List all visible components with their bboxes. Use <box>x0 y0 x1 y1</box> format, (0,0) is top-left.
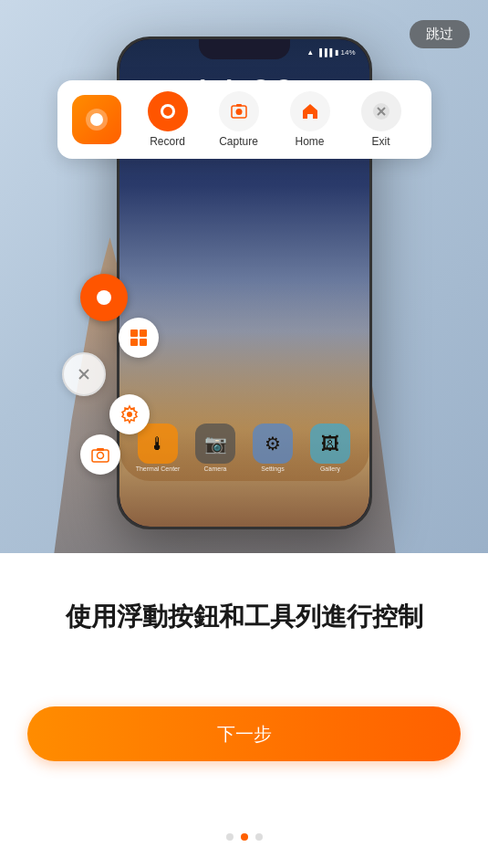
floating-camera-icon <box>90 444 110 465</box>
signal-icon: ▐▐▐ <box>317 48 332 57</box>
toolbar-home-item[interactable]: Home <box>290 91 330 148</box>
app-label-thermal: Thermal Center <box>136 465 181 472</box>
floating-camera-button[interactable] <box>80 434 120 475</box>
next-button-label: 下一步 <box>217 722 272 747</box>
svg-rect-13 <box>130 339 138 346</box>
toolbar-record-label: Record <box>150 135 185 148</box>
svg-point-5 <box>235 109 242 115</box>
toolbar-items: Record Capture Home <box>132 91 417 148</box>
record-svg <box>158 101 178 121</box>
dots-indicator <box>226 833 263 841</box>
toolbar-capture-label: Capture <box>219 135 258 148</box>
bottom-section: 使用浮動按鈕和工具列進行控制 下一步 <box>0 553 488 868</box>
dot-3 <box>255 833 263 841</box>
toolbar-capture-item[interactable]: Capture <box>219 91 259 148</box>
app-logo-icon <box>83 106 110 133</box>
list-item: 🖼 Gallery <box>306 424 356 472</box>
toolbar-exit-label: Exit <box>371 135 389 148</box>
capture-svg <box>229 101 249 121</box>
list-item: 📷 Camera <box>191 424 241 472</box>
floating-record-button[interactable] <box>80 274 128 321</box>
camera-icon: 📷 <box>195 424 235 464</box>
floating-close-button[interactable] <box>62 352 106 396</box>
next-button[interactable]: 下一步 <box>27 706 461 761</box>
thermal-center-icon: 🌡 <box>138 424 178 464</box>
settings-app-icon: ⚙ <box>253 424 293 464</box>
gallery-icon: 🖼 <box>310 424 350 464</box>
toolbar-home-icon <box>290 91 330 131</box>
main-title: 使用浮動按鈕和工具列進行控制 <box>66 599 423 634</box>
floating-close-icon <box>75 365 93 383</box>
floating-grid-button[interactable] <box>119 318 159 358</box>
floating-settings-button[interactable] <box>109 394 150 434</box>
wifi-icon: ▲ <box>306 48 314 57</box>
list-item: ⚙ Settings <box>248 424 298 472</box>
svg-rect-12 <box>140 329 147 337</box>
toolbar-exit-item[interactable]: Exit <box>361 91 401 148</box>
svg-point-10 <box>97 290 111 305</box>
svg-point-3 <box>163 107 172 116</box>
app-label-settings: Settings <box>261 465 284 472</box>
svg-rect-14 <box>140 339 147 346</box>
floating-settings-icon <box>119 404 140 424</box>
toolbar-home-label: Home <box>295 135 324 148</box>
app-label-gallery: Gallery <box>320 465 340 472</box>
floating-grid-icon <box>129 328 149 348</box>
battery-icon: ▮ 14% <box>335 48 355 57</box>
dot-1 <box>226 833 234 841</box>
exit-svg <box>371 101 391 121</box>
svg-rect-20 <box>97 448 104 451</box>
phone-app-grid: 🌡 Thermal Center 📷 Camera ⚙ Settings 🖼 G… <box>129 424 360 472</box>
toolbar-popup: Record Capture Home <box>57 80 431 159</box>
app-logo <box>72 95 121 144</box>
home-svg <box>300 101 320 121</box>
svg-point-19 <box>98 453 104 459</box>
svg-rect-6 <box>236 104 242 107</box>
floating-record-icon <box>93 287 115 309</box>
toolbar-exit-icon <box>361 91 401 131</box>
svg-point-17 <box>127 412 132 417</box>
dot-2-active <box>241 833 248 841</box>
toolbar-capture-icon <box>219 91 259 131</box>
toolbar-record-item[interactable]: Record <box>148 91 188 148</box>
svg-point-1 <box>90 113 103 126</box>
app-label-camera: Camera <box>204 465 227 472</box>
status-bar: ▲ ▐▐▐ ▮ 14% <box>133 44 356 60</box>
skip-button[interactable]: 跳过 <box>410 20 470 48</box>
svg-rect-11 <box>130 329 138 337</box>
toolbar-record-icon <box>148 91 188 131</box>
